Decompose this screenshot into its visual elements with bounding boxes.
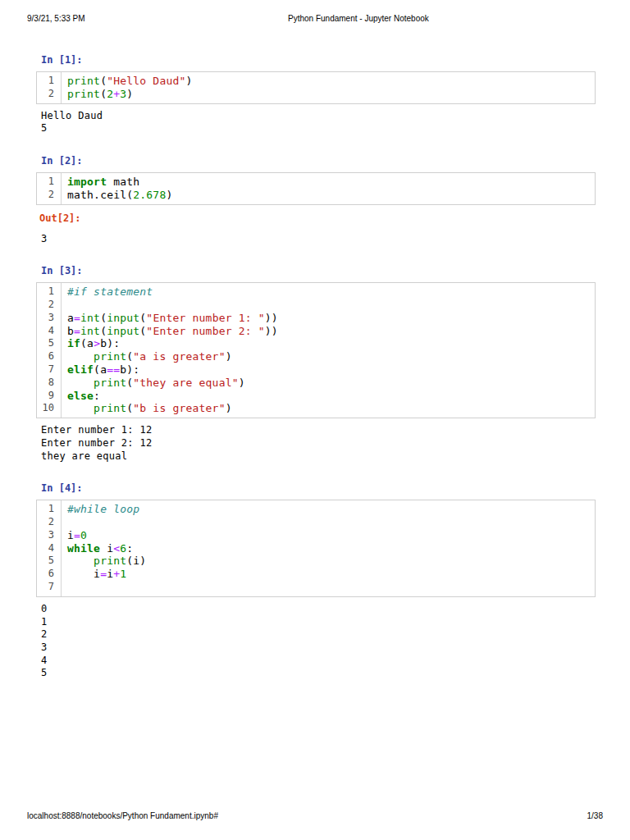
- line-number: 7: [37, 363, 61, 377]
- code-token: b):: [120, 363, 139, 376]
- code-line: print("b is greater"): [67, 402, 591, 415]
- code-token: ): [226, 350, 232, 363]
- code-line: if(a>b):: [67, 337, 591, 350]
- line-number-gutter: 1234567: [37, 500, 62, 596]
- line-number: 1: [37, 176, 61, 189]
- code-token: 0: [80, 529, 87, 541]
- code-token: "Enter number 1: ": [146, 312, 264, 324]
- code-token: i: [67, 568, 100, 580]
- notebook: In [1]:12print("Hello Daud")print(2+3)He…: [0, 0, 630, 680]
- code-token: [67, 402, 94, 414]
- code-token: (a: [80, 337, 94, 349]
- code-token: int: [80, 325, 100, 337]
- line-number: 8: [37, 377, 61, 390]
- code-token: [67, 377, 94, 389]
- print-date: 9/3/21, 5:33 PM: [27, 14, 85, 23]
- line-number: 6: [37, 350, 61, 363]
- code-token: "a is greater": [133, 350, 225, 363]
- code-cell-3: 12345678910#if statementa=int(input("Ent…: [36, 282, 596, 418]
- code-token: (: [100, 75, 107, 87]
- line-number-gutter: 12345678910: [37, 283, 62, 418]
- code-token: (i): [126, 555, 146, 567]
- code-token: (: [100, 325, 107, 337]
- code-token: ): [239, 377, 245, 389]
- code-token: =: [74, 529, 80, 541]
- line-number: 2: [37, 189, 61, 202]
- code-token: ): [226, 402, 232, 414]
- code-token: "Hello Daud": [107, 75, 185, 87]
- code-token: import: [67, 176, 107, 188]
- code-token: (: [100, 312, 107, 324]
- code-token: =: [100, 568, 107, 580]
- code-token: 2.678: [133, 189, 166, 201]
- code-cell-2: 12import mathmath.ceil(2.678): [36, 172, 596, 205]
- code-token: print: [94, 350, 126, 363]
- code-token: [67, 555, 94, 567]
- output-line: 3: [41, 641, 596, 655]
- line-number: 5: [37, 337, 61, 350]
- code-area: print("Hello Daud")print(2+3): [62, 72, 595, 103]
- code-line: a=int(input("Enter number 1: ")): [67, 312, 591, 325]
- code-token: [67, 350, 94, 363]
- code-token: #if statement: [67, 285, 153, 298]
- line-number: 6: [37, 568, 61, 581]
- line-number: 1: [37, 503, 61, 516]
- code-line: while i<6:: [67, 542, 591, 555]
- line-number-gutter: 12: [37, 173, 62, 204]
- cell-output: 3: [41, 233, 596, 246]
- line-number: 2: [37, 299, 61, 312]
- code-line: import math: [67, 176, 591, 189]
- code-token: i: [107, 568, 113, 580]
- code-line: print(i): [67, 555, 591, 568]
- code-token: =: [74, 312, 80, 324]
- code-token: =: [74, 325, 80, 337]
- code-line: [67, 516, 591, 529]
- output-line: 4: [41, 655, 596, 668]
- code-line: i=0: [67, 529, 591, 542]
- code-token: ==: [107, 363, 120, 376]
- line-number: 5: [37, 555, 61, 568]
- code-token: input: [107, 312, 139, 324]
- code-token: print: [94, 377, 126, 389]
- line-number: 2: [37, 88, 61, 101]
- code-line: else:: [67, 390, 591, 403]
- output-line: 2: [41, 628, 596, 641]
- cell-output: Enter number 1: 12Enter number 2: 12they…: [41, 424, 596, 463]
- code-token: )): [265, 325, 278, 337]
- code-token: ): [166, 189, 172, 201]
- line-number-gutter: 12: [37, 72, 62, 103]
- code-token: )): [265, 312, 278, 324]
- code-token: "b is greater": [133, 402, 225, 414]
- output-line: they are equal: [41, 450, 596, 463]
- code-line: math.ceil(2.678): [67, 189, 591, 202]
- output-line: Hello Daud: [41, 110, 596, 123]
- code-token: #while loop: [67, 503, 139, 515]
- code-line: b=int(input("Enter number 2: ")): [67, 325, 591, 338]
- footer-url: localhost:8888/notebooks/Python Fundamen…: [27, 811, 218, 820]
- code-cell-4: 1234567#while loopi=0while i<6: print(i)…: [36, 500, 596, 597]
- line-number: 9: [37, 390, 61, 403]
- code-token: b: [67, 325, 74, 337]
- code-token: i: [100, 542, 113, 555]
- code-token: elif: [67, 363, 94, 376]
- output-line: 0: [41, 603, 596, 616]
- output-line: 5: [41, 122, 596, 135]
- code-token: (a: [94, 363, 107, 376]
- line-number: 1: [37, 75, 61, 88]
- code-token: "they are equal": [133, 377, 238, 389]
- line-number: 3: [37, 312, 61, 325]
- line-number: 3: [37, 529, 61, 542]
- code-token: else: [67, 390, 94, 402]
- input-prompt: In [3]:: [41, 264, 596, 277]
- code-line: print("a is greater"): [67, 350, 591, 363]
- output-line: 5: [41, 667, 596, 680]
- code-line: [67, 581, 591, 594]
- code-line: [67, 299, 591, 312]
- code-token: a: [67, 312, 74, 324]
- code-token: print: [67, 75, 100, 87]
- code-line: #if statement: [67, 285, 591, 299]
- code-token: :: [126, 542, 133, 555]
- page-number: 1/38: [587, 811, 603, 820]
- code-token: 2: [107, 88, 113, 100]
- cell-output: Hello Daud5: [41, 110, 596, 135]
